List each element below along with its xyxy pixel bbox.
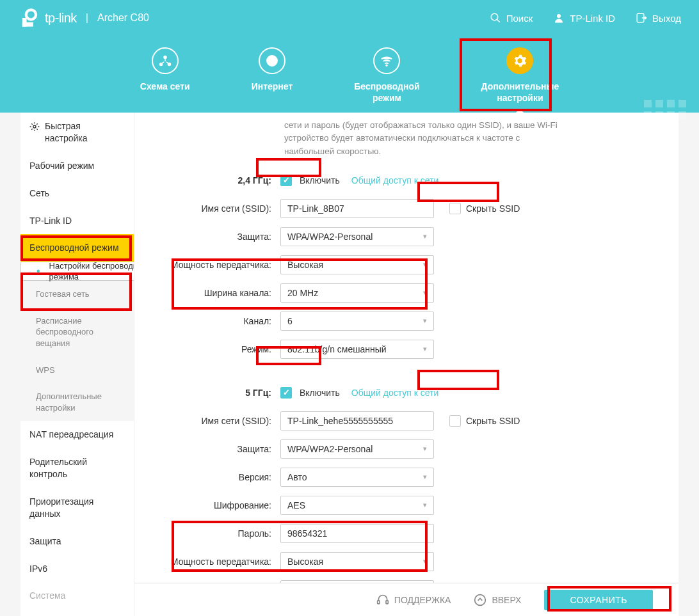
svg-point-17 [475, 594, 486, 605]
sidebar-item-tplink-id[interactable]: TP-Link ID [20, 207, 134, 235]
chevron-down-icon: ▾ [423, 501, 427, 509]
link-share-24[interactable]: Общий доступ к сети [351, 175, 439, 186]
input-password-5[interactable] [280, 524, 434, 543]
svg-point-14 [33, 125, 36, 128]
sidebar-item-quick-setup[interactable]: Быстрая настройка [20, 113, 134, 152]
support-button[interactable]: ПОДДЕРЖКА [376, 594, 451, 606]
label-ssid-24: Имя сети (SSID): [160, 203, 280, 214]
sidebar-item-mode[interactable]: Рабочий режим [20, 152, 134, 180]
checkbox-hide-ssid-5[interactable] [449, 415, 461, 427]
svg-point-3 [491, 13, 498, 20]
link-share-5[interactable]: Общий доступ к сети [351, 388, 439, 398]
label-txpower-5: Мощность передатчика: [160, 557, 280, 567]
svg-point-0 [26, 10, 36, 19]
search-button[interactable]: Поиск [490, 12, 533, 24]
sidebar-item-ipv6[interactable]: IPv6 [20, 555, 134, 583]
select-txpower-24[interactable]: Высокая▾ [280, 255, 434, 274]
intro-text: сети и пароль (будет отображаться только… [284, 119, 566, 158]
label-hide-ssid-5: Скрыть SSID [466, 416, 520, 426]
select-security-5[interactable]: WPA/WPA2-Personal▾ [280, 439, 434, 459]
sidebar-wireless-submenu: Настройки беспроводного режима Гостевая … [20, 262, 134, 421]
select-version-5[interactable]: Авто▾ [280, 468, 434, 487]
label-txpower-24: Мощность передатчика: [160, 260, 280, 270]
label-chwidth-24: Ширина канала: [160, 288, 280, 298]
label-5ghz: 5 ГГц: [160, 388, 280, 398]
bottom-bar: ПОДДЕРЖКА ВВЕРХ СОХРАНИТЬ [134, 583, 679, 616]
main-tabs: Схема сети Интернет Беспроводной режим Д… [0, 36, 699, 104]
label-security-5: Защита: [160, 444, 280, 454]
select-encryption-5[interactable]: AES▾ [280, 496, 434, 515]
search-icon [490, 12, 501, 24]
input-ssid-24[interactable] [280, 199, 434, 218]
logo: tp-link [18, 7, 77, 29]
label-enable-5: Включить [300, 388, 340, 398]
label-mode-24: Режим: [160, 344, 280, 354]
wifi-icon [380, 54, 394, 68]
chevron-down-icon: ▾ [423, 345, 427, 353]
svg-line-4 [497, 19, 500, 22]
arrow-up-icon [474, 594, 486, 606]
select-chwidth-24[interactable]: 20 MHz▾ [280, 283, 434, 303]
chevron-down-icon: ▾ [423, 445, 427, 453]
sidebar-item-parental[interactable]: Родительский контроль [20, 448, 134, 488]
brand-text: tp-link [45, 11, 77, 26]
svg-point-5 [557, 14, 561, 18]
select-security-24[interactable]: WPA/WPA2-Personal▾ [280, 227, 434, 246]
sidebar-sub-wireless-settings[interactable]: Настройки беспроводного режима [20, 262, 134, 281]
select-mode-24[interactable]: 802.11b/g/n смешанный▾ [280, 340, 434, 359]
chevron-down-icon: ▾ [423, 232, 427, 241]
svg-rect-2 [22, 22, 33, 27]
content: сети и пароль (будет отображаться только… [134, 113, 679, 616]
checkbox-5ghz-enable[interactable] [280, 387, 292, 399]
sidebar-item-wireless[interactable]: Беспроводной режим [20, 234, 134, 262]
model-name: Archer C80 [97, 12, 149, 24]
tab-internet[interactable]: Интернет [252, 47, 293, 104]
scroll-top-button[interactable]: ВВЕРХ [474, 594, 521, 606]
label-encryption-5: Шифрование: [160, 500, 280, 510]
chevron-down-icon: ▾ [423, 557, 427, 565]
sidebar-item-nat[interactable]: NAT переадресация [20, 421, 134, 448]
logout-button[interactable]: Выход [636, 12, 681, 24]
checkbox-hide-ssid-24[interactable] [449, 203, 461, 214]
sidebar-sub-advanced[interactable]: Дополнительные настройки [20, 383, 134, 421]
label-hide-ssid-24: Скрыть SSID [466, 203, 520, 214]
logout-icon [636, 12, 647, 24]
input-ssid-5[interactable] [280, 411, 434, 430]
label-ssid-5: Имя сети (SSID): [160, 416, 280, 426]
header: tp-link | Archer C80 Поиск TP-Link ID Вы… [0, 0, 699, 113]
label-24ghz: 2,4 ГГц: [160, 175, 280, 186]
tplink-logo-icon [18, 7, 40, 29]
person-icon [553, 12, 565, 24]
select-channel-24[interactable]: 6▾ [280, 312, 434, 331]
network-icon [158, 54, 172, 68]
tab-advanced[interactable]: Дополнительные настройки [481, 47, 559, 104]
divider: | [86, 12, 88, 24]
label-password-5: Пароль: [160, 528, 280, 539]
sidebar: Быстрая настройка Рабочий режим Сеть TP-… [20, 113, 134, 616]
sidebar-sub-guest[interactable]: Гостевая сеть [20, 281, 134, 308]
tab-wireless[interactable]: Беспроводной режим [354, 47, 419, 104]
gear-icon [513, 54, 527, 68]
tplink-id-button[interactable]: TP-Link ID [553, 12, 615, 24]
chevron-down-icon: ▾ [423, 473, 427, 481]
select-txpower-5[interactable]: Высокая▾ [280, 552, 434, 571]
headset-icon [376, 594, 389, 606]
sidebar-item-security[interactable]: Защита [20, 528, 134, 555]
label-security-24: Защита: [160, 232, 280, 242]
sidebar-sub-schedule[interactable]: Расписание беспроводного вещания [20, 308, 134, 357]
sidebar-item-qos[interactable]: Приоритезация данных [20, 488, 134, 528]
label-enable-24: Включить [300, 175, 340, 186]
topbar: tp-link | Archer C80 Поиск TP-Link ID Вы… [0, 0, 699, 36]
chevron-down-icon: ▾ [423, 317, 427, 325]
svg-point-7 [163, 56, 167, 59]
sidebar-item-system[interactable]: Система [20, 582, 134, 610]
label-channel-24: Канал: [160, 316, 280, 326]
svg-point-13 [387, 65, 388, 66]
sidebar-item-network[interactable]: Сеть [20, 180, 134, 207]
chevron-down-icon: ▾ [423, 288, 427, 297]
chevron-down-icon: ▾ [423, 260, 427, 269]
checkbox-24ghz-enable[interactable] [280, 175, 292, 186]
sidebar-sub-wps[interactable]: WPS [20, 357, 134, 384]
tab-network-map[interactable]: Схема сети [140, 47, 190, 104]
save-button[interactable]: СОХРАНИТЬ [544, 590, 653, 610]
